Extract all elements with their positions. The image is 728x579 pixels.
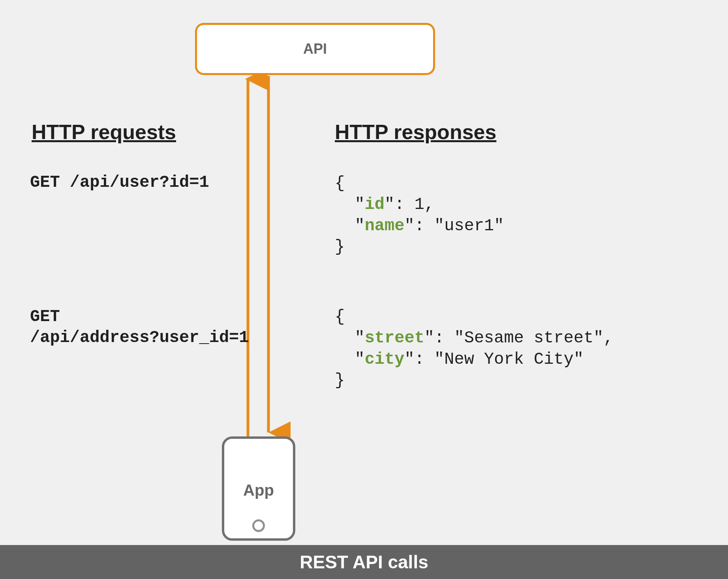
api-node: API xyxy=(195,23,435,75)
response-1: { "id": 1, "name": "user1" } xyxy=(335,173,504,258)
connection-arrows xyxy=(0,0,728,579)
request-1: GET /api/user?id=1 xyxy=(30,173,209,192)
phone-home-button-icon xyxy=(252,519,265,532)
diagram-caption: REST API calls xyxy=(300,551,428,573)
api-label: API xyxy=(303,41,327,57)
requests-heading: HTTP requests xyxy=(32,120,176,144)
diagram-caption-bar: REST API calls xyxy=(0,545,728,579)
app-phone-node: App xyxy=(222,436,295,541)
responses-heading: HTTP responses xyxy=(335,120,496,144)
response-2: { "street": "Sesame street", "city": "Ne… xyxy=(335,306,614,391)
request-2: GET /api/address?user_id=1 xyxy=(30,306,249,348)
app-label: App xyxy=(224,481,293,499)
